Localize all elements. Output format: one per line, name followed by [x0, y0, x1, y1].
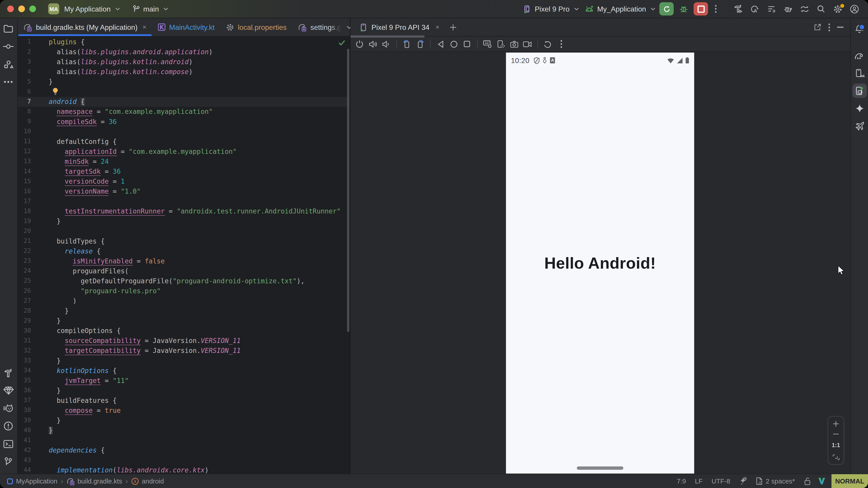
line-number[interactable]: 27	[18, 296, 49, 306]
gemini-tool-button[interactable]	[852, 101, 867, 116]
editor-scrollbar[interactable]	[347, 49, 349, 332]
line-number[interactable]: 23	[18, 256, 49, 266]
code-line[interactable]: 41	[18, 435, 350, 445]
code-line[interactable]: 30 compileOptions {	[18, 326, 350, 336]
line-number[interactable]: 12	[18, 147, 49, 157]
code-line[interactable]: 12 applicationId = "com.example.myapplic…	[18, 147, 350, 157]
line-number[interactable]: 3	[18, 57, 49, 67]
line-number[interactable]: 33	[18, 356, 49, 366]
line-number[interactable]: 1	[18, 37, 49, 47]
file-encoding[interactable]: UTF-8	[707, 474, 735, 488]
volume-down-button[interactable]	[380, 38, 393, 50]
line-number[interactable]: 10	[18, 127, 49, 137]
structure-tool-button[interactable]	[1, 57, 16, 71]
line-number[interactable]: 9	[18, 117, 49, 127]
device-selector[interactable]: Pixel 9 Pro	[523, 5, 579, 13]
play-policy-insights-tool-button[interactable]	[852, 119, 867, 133]
terminal-tool-button[interactable]	[1, 436, 16, 451]
code-line[interactable]: 11 defaultConfig {	[18, 137, 350, 147]
code-line[interactable]: 17	[18, 196, 350, 206]
line-number[interactable]: 18	[18, 206, 49, 216]
zoom-out-icon[interactable]	[833, 433, 839, 435]
overview-button[interactable]	[461, 38, 473, 50]
hide-panel-icon[interactable]	[837, 26, 844, 28]
line-number[interactable]: 11	[18, 137, 49, 147]
version-control-tool-button[interactable]	[1, 454, 16, 469]
code-line[interactable]: 23 isMinifyEnabled = false	[18, 256, 350, 266]
line-number[interactable]: 29	[18, 316, 49, 326]
code-line[interactable]: 43	[18, 455, 350, 465]
code-line[interactable]: 31 sourceCompatibility = JavaVersion.VER…	[18, 336, 350, 346]
line-number[interactable]: 41	[18, 435, 49, 445]
rotate-left-button[interactable]	[401, 38, 413, 50]
code-line[interactable]: 28 }	[18, 306, 350, 316]
line-number[interactable]: 37	[18, 396, 49, 405]
line-number[interactable]: 19	[18, 217, 49, 226]
panel-options-icon[interactable]	[828, 23, 831, 31]
code-line[interactable]: 34 kotlinOptions {	[18, 366, 350, 376]
code-line[interactable]: 9 compileSdk = 36	[18, 117, 350, 127]
code-line[interactable]: 24 proguardFiles(	[18, 266, 350, 276]
line-number[interactable]: 43	[18, 455, 49, 465]
tab-local-properties[interactable]: local.properties	[220, 18, 292, 36]
line-number[interactable]: 30	[18, 326, 49, 336]
build-button[interactable]	[730, 2, 746, 16]
line-number[interactable]: 14	[18, 166, 49, 176]
screenshot-button[interactable]	[508, 38, 520, 50]
device-settings-button[interactable]	[495, 38, 507, 50]
code-line[interactable]: 3 alias(libs.plugins.kotlin.android)	[18, 57, 350, 67]
close-tab-icon[interactable]: ×	[143, 23, 147, 31]
profile-button[interactable]	[846, 2, 862, 16]
breadcrumb-module[interactable]: MyApplication	[6, 477, 57, 485]
debug-button[interactable]	[675, 2, 692, 16]
code-line[interactable]: 25 getDefaultProguardFile("proguard-andr…	[18, 276, 350, 286]
code-line[interactable]: 40}	[18, 425, 350, 435]
device-tab[interactable]: Pixel 9 Pro API 34 ×	[350, 23, 445, 31]
zoom-to-fit-icon[interactable]	[832, 454, 839, 460]
code-line[interactable]: 44 implementation(libs.androidx.core.ktx…	[18, 465, 350, 474]
back-button[interactable]	[434, 38, 447, 50]
breadcrumb-element[interactable]: λ android	[131, 477, 164, 485]
code-line[interactable]: 29 }	[18, 316, 350, 326]
code-line[interactable]: 5}	[18, 77, 350, 87]
code-line[interactable]: 18 testInstrumentationRunner = "androidx…	[18, 206, 350, 216]
rotate-right-button[interactable]	[414, 38, 426, 50]
code-line[interactable]: 10	[18, 127, 350, 137]
intention-bulb-icon[interactable]	[52, 88, 59, 95]
apply-code-changes-button[interactable]	[763, 2, 779, 16]
notifications-tool-button[interactable]	[852, 22, 867, 36]
ai-assistant-disabled-icon[interactable]	[735, 474, 751, 488]
line-number[interactable]: 6	[18, 87, 49, 97]
code-line[interactable]: 20	[18, 226, 350, 236]
line-number[interactable]: 34	[18, 366, 49, 376]
run-configuration-selector[interactable]: My_Application	[585, 5, 655, 13]
sync-project-button[interactable]	[796, 2, 813, 16]
line-number[interactable]: 35	[18, 376, 49, 386]
line-number[interactable]: 20	[18, 226, 49, 236]
line-number[interactable]: 39	[18, 416, 49, 425]
code-line[interactable]: 22 release {	[18, 246, 350, 256]
zoom-one-to-one-button[interactable]: 1:1	[832, 441, 840, 448]
indent-setting[interactable]: 2 spaces*	[751, 474, 799, 488]
tab-build-gradle-kts[interactable]: build.gradle.kts (My Application) ×	[18, 18, 152, 36]
line-number[interactable]: 40	[18, 425, 49, 435]
screen-record-button[interactable]	[522, 38, 534, 50]
line-number[interactable]: 13	[18, 157, 49, 166]
attach-debugger-button[interactable]	[779, 2, 796, 16]
line-number[interactable]: 17	[18, 196, 49, 206]
tab-mainactivity-kt[interactable]: MainActivity.kt	[152, 18, 220, 36]
code-line[interactable]: 35 jvmTarget = "11"	[18, 376, 350, 386]
problems-tool-button[interactable]	[1, 419, 16, 433]
line-number[interactable]: 24	[18, 266, 49, 276]
rerun-button[interactable]	[659, 2, 674, 15]
breadcrumb-file[interactable]: build.gradle.kts	[66, 477, 122, 485]
line-number[interactable]: 22	[18, 246, 49, 256]
power-button[interactable]	[354, 38, 366, 50]
code-line[interactable]: 19 }	[18, 217, 350, 226]
maximize-window-button[interactable]	[29, 5, 36, 12]
reset-view-button[interactable]	[542, 38, 554, 50]
code-line[interactable]: 38 compose = true	[18, 405, 350, 416]
code-line[interactable]: 21 buildTypes {	[18, 236, 350, 246]
project-tool-button[interactable]	[1, 22, 16, 36]
line-number[interactable]: 32	[18, 346, 49, 356]
